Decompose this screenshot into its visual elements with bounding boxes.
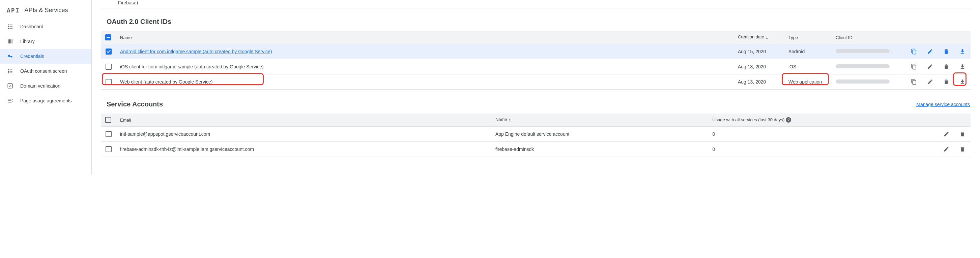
svg-rect-18 [10,73,13,73]
svg-point-3 [8,26,9,27]
row-checkbox[interactable] [105,79,111,85]
sort-down-icon: ↓ [765,34,768,40]
delete-icon[interactable] [942,78,950,86]
sidebar-item-credentials[interactable]: Credentials [0,49,91,64]
select-all-service-checkbox[interactable] [105,117,111,123]
svg-rect-13 [8,70,9,70]
client-name-link[interactable]: Web client (auto created by Google Servi… [120,79,212,84]
partial-firebase-text: Firebase) [101,0,970,8]
svg-point-7 [11,28,13,29]
row-checkbox[interactable] [105,64,111,70]
column-email[interactable]: Email [116,114,492,127]
main-content: Firebase) OAuth 2.0 Client IDs Name Crea… [92,0,980,174]
service-email: intl-sample@appspot.gserviceaccount.com [116,127,492,142]
manage-service-accounts-link[interactable]: Manage service accounts [916,102,970,107]
column-name[interactable]: Name [116,31,734,44]
library-icon [7,38,13,45]
copy-icon[interactable] [910,63,918,71]
column-client-id[interactable]: Client ID [832,31,906,44]
column-usage[interactable]: Usage with all services (last 30 days)? [708,114,938,127]
help-icon[interactable]: ? [786,117,791,123]
copy-icon[interactable] [910,78,918,86]
service-name: App Engine default service account [492,127,708,142]
row-checkbox[interactable] [105,131,111,137]
list-icon [7,97,13,104]
delete-icon[interactable] [958,145,967,153]
svg-rect-21 [8,100,11,101]
oauth-client-row: iOS client for com.intlgame.sample (auto… [101,59,970,74]
sidebar-item-oauth-consent-screen[interactable]: OAuth consent screen [0,64,91,79]
delete-icon[interactable] [942,63,950,71]
column-type[interactable]: Type [784,31,832,44]
sidebar: API APIs & Services DashboardLibraryCred… [0,0,92,174]
client-name-link[interactable]: iOS client for com.intlgame.sample (auto… [120,64,264,70]
svg-rect-15 [8,73,9,73]
client-type: Android [789,49,805,54]
svg-point-1 [10,24,11,25]
edit-icon[interactable] [942,145,950,153]
api-logo: API [7,7,20,14]
client-type: iOS [789,64,796,70]
sidebar-item-library[interactable]: Library [0,34,91,49]
download-icon[interactable] [958,47,967,55]
svg-rect-20 [8,99,11,100]
oauth-client-row: Android client for com.intlgame.sample (… [101,44,970,59]
oauth-clients-table: Name Creation date↓ Type Client ID Andro… [101,31,970,90]
creation-date: Aug 13, 2020 [734,74,784,90]
svg-rect-9 [8,40,8,43]
oauth-section-title: OAuth 2.0 Client IDs [101,18,970,25]
row-checkbox[interactable] [105,146,111,152]
sidebar-item-label: Dashboard [20,24,43,29]
sidebar-item-label: Credentials [20,54,44,59]
sidebar-item-page-usage-agreements[interactable]: Page usage agreements [0,93,91,108]
sidebar-item-domain-verification[interactable]: Domain verification [0,79,91,93]
column-creation-date[interactable]: Creation date↓ [734,31,784,44]
select-all-checkbox[interactable] [105,34,111,40]
svg-point-4 [11,26,13,27]
client-name-link[interactable]: Android client for com.intlgame.sample (… [120,49,272,54]
sidebar-item-dashboard[interactable]: Dashboard [0,19,91,34]
edit-icon[interactable] [926,63,934,71]
svg-point-8 [10,26,11,27]
sort-up-icon: ↑ [509,117,511,123]
edit-icon[interactable] [926,78,934,86]
svg-point-5 [8,28,9,29]
divider [101,8,970,8]
sidebar-item-label: Library [20,39,35,44]
client-type: Web application [789,79,822,84]
creation-date: Aug 15, 2020 [734,44,784,59]
sidebar-item-label: OAuth consent screen [20,68,67,74]
key-icon [7,53,13,60]
column-service-name[interactable]: Name↑ [492,114,708,127]
svg-rect-16 [10,70,13,70]
svg-rect-14 [8,71,9,72]
sidebar-item-label: Domain verification [20,83,60,89]
client-id-cell [832,59,906,74]
svg-rect-10 [9,40,10,43]
dashboard-icon [7,23,13,30]
copy-icon[interactable] [910,47,918,55]
svg-rect-12 [12,40,13,43]
client-id-cell: . [832,44,906,59]
client-id-cell [832,74,906,90]
service-usage: 0 [708,127,938,142]
download-icon[interactable] [958,63,967,71]
svg-rect-17 [10,71,13,72]
delete-icon[interactable] [942,47,950,55]
edit-icon[interactable] [926,47,934,55]
service-account-row: firebase-adminsdk-thh4z@intl-sample.iam.… [101,142,970,157]
svg-rect-19 [8,84,13,88]
row-checkbox[interactable] [105,49,111,55]
svg-point-0 [8,24,9,25]
service-name: firebase-adminsdk [492,142,708,157]
service-accounts-table: Email Name↑ Usage with all services (las… [101,114,970,157]
delete-icon[interactable] [958,130,967,138]
creation-date: Aug 13, 2020 [734,59,784,74]
download-icon[interactable] [958,78,967,86]
check-icon [7,82,13,89]
oauth-client-row: Web client (auto created by Google Servi… [101,74,970,90]
edit-icon[interactable] [942,130,950,138]
service-accounts-title: Service Accounts [107,100,163,108]
service-account-row: intl-sample@appspot.gserviceaccount.com … [101,127,970,142]
sidebar-item-label: Page usage agreements [20,98,72,103]
